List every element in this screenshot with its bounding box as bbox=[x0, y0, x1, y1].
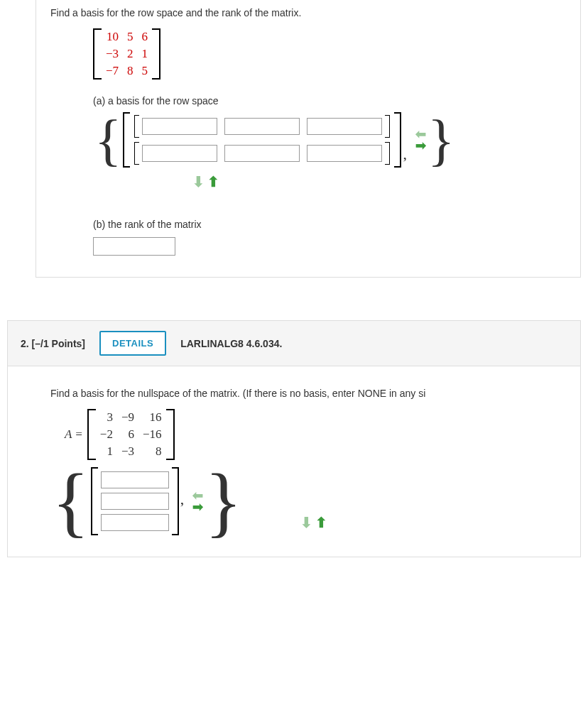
problem-1-stem: Find a basis for the row space and the r… bbox=[50, 7, 566, 18]
row1-cell1[interactable] bbox=[142, 118, 217, 135]
set-comma: , bbox=[401, 145, 408, 168]
nullspace-answer-set: { , ⬅ ➡ } bbox=[50, 467, 244, 535]
add-col-icon[interactable]: ➡ bbox=[415, 141, 426, 151]
remove-row-icon[interactable]: ⬇ bbox=[192, 173, 205, 190]
remove-row-icon-2[interactable]: ⬇ bbox=[300, 514, 312, 531]
row-vector-1 bbox=[134, 115, 390, 138]
row2-cell2[interactable] bbox=[224, 145, 300, 162]
add-row-icon-2[interactable]: ⬆ bbox=[315, 514, 327, 531]
question-ref: LARLINALG8 4.6.034. bbox=[180, 338, 282, 349]
row-vector-2 bbox=[134, 142, 390, 165]
left-brace-icon: { bbox=[93, 119, 123, 161]
problem-2-stem: Find a basis for the nullspace of the ma… bbox=[50, 388, 538, 399]
right-brace-icon: } bbox=[426, 119, 456, 161]
colvec-cell1[interactable] bbox=[101, 471, 169, 488]
set-comma-2: , bbox=[179, 490, 186, 513]
add-row-icon[interactable]: ⬆ bbox=[207, 173, 219, 190]
problem-2-matrix: A = 3−916 −26−16 1−38 bbox=[65, 409, 175, 460]
problem-1-panel: Find a basis for the row space and the r… bbox=[36, 0, 581, 278]
part-a-label: (a) a basis for the row space bbox=[93, 95, 566, 106]
colvec-cell2[interactable] bbox=[101, 493, 169, 510]
row-arrows: ⬇ ⬆ bbox=[192, 173, 219, 190]
remove-vec-icon[interactable]: ⬅ bbox=[192, 491, 203, 501]
question-number: 2. [–/1 Points] bbox=[21, 338, 85, 349]
row-space-vectors bbox=[123, 112, 401, 168]
add-vec-icon[interactable]: ➡ bbox=[192, 502, 203, 512]
col-arrows-2: ⬅ ➡ bbox=[192, 491, 203, 512]
row-arrows-2: ⬇ ⬆ bbox=[300, 514, 327, 531]
problem-2-panel: Find a basis for the nullspace of the ma… bbox=[7, 366, 581, 557]
details-button[interactable]: DETAILS bbox=[99, 331, 166, 356]
row1-cell2[interactable] bbox=[224, 118, 300, 135]
row-space-answer-set: { bbox=[93, 112, 456, 168]
rank-input[interactable] bbox=[93, 237, 175, 256]
A-equals: A = bbox=[65, 427, 83, 442]
remove-col-icon[interactable]: ⬅ bbox=[415, 129, 426, 139]
problem-1-matrix: 1056 −321 −785 bbox=[93, 28, 160, 80]
left-brace-icon: { bbox=[50, 473, 91, 530]
nullspace-colvec bbox=[91, 467, 179, 535]
row1-cell3[interactable] bbox=[307, 118, 382, 135]
row2-cell3[interactable] bbox=[307, 145, 382, 162]
row2-cell1[interactable] bbox=[142, 145, 217, 162]
colvec-cell3[interactable] bbox=[101, 514, 169, 531]
question-2-header: 2. [–/1 Points] DETAILS LARLINALG8 4.6.0… bbox=[7, 320, 581, 366]
part-b-label: (b) the rank of the matrix bbox=[93, 219, 566, 230]
col-arrows: ⬅ ➡ bbox=[415, 129, 426, 151]
right-brace-icon: } bbox=[203, 473, 244, 530]
